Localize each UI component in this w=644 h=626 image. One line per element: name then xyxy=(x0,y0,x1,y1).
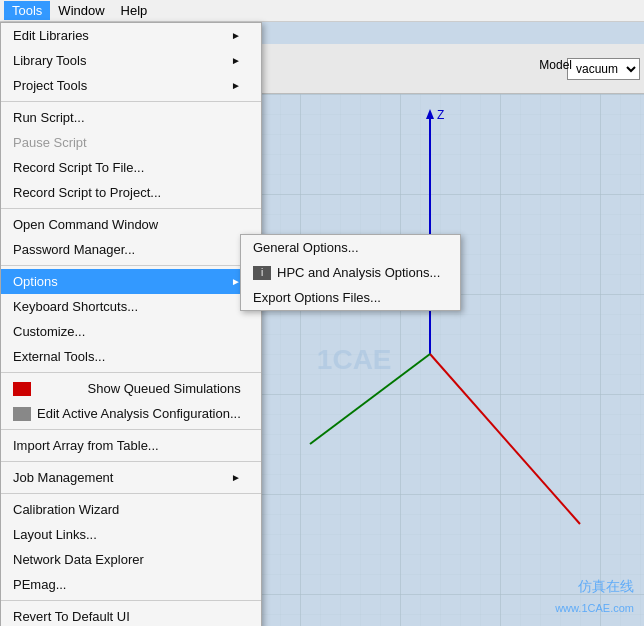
menu-item-run-script[interactable]: Run Script... xyxy=(1,105,261,130)
menu-item-customize[interactable]: Customize... xyxy=(1,319,261,344)
material-select[interactable]: vacuum xyxy=(567,58,640,80)
submenu-arrow-icon: ► xyxy=(231,472,241,483)
separator-6 xyxy=(1,461,261,462)
tools-menu-panel: Edit Libraries ► Library Tools ► Project… xyxy=(0,22,262,626)
separator-5 xyxy=(1,429,261,430)
queued-sim-icon xyxy=(13,382,31,396)
separator-2 xyxy=(1,208,261,209)
analysis-icon xyxy=(13,407,31,421)
separator-8 xyxy=(1,600,261,601)
model-label: Model xyxy=(539,58,572,72)
cae-watermark-center: 1CAE xyxy=(317,344,392,376)
menu-item-password-manager[interactable]: Password Manager... xyxy=(1,237,261,262)
hpc-icon: i xyxy=(253,266,271,280)
menu-item-edit-active-analysis[interactable]: Edit Active Analysis Configuration... xyxy=(1,401,261,426)
separator-3 xyxy=(1,265,261,266)
menu-item-import-array[interactable]: Import Array from Table... xyxy=(1,433,261,458)
menu-item-library-tools[interactable]: Library Tools ► xyxy=(1,48,261,73)
submenu-arrow-icon: ► xyxy=(231,55,241,66)
menu-item-network-data-explorer[interactable]: Network Data Explorer xyxy=(1,547,261,572)
menu-item-project-tools[interactable]: Project Tools ► xyxy=(1,73,261,98)
options-submenu-panel: General Options... i HPC and Analysis Op… xyxy=(240,234,461,311)
watermark-url: www.1CAE.com xyxy=(555,602,634,614)
submenu-item-hpc-analysis[interactable]: i HPC and Analysis Options... xyxy=(241,260,460,285)
menu-item-keyboard-shortcuts[interactable]: Keyboard Shortcuts... xyxy=(1,294,261,319)
menu-item-edit-libraries[interactable]: Edit Libraries ► xyxy=(1,23,261,48)
menu-item-record-script-file[interactable]: Record Script To File... xyxy=(1,155,261,180)
menu-item-options[interactable]: Options ► xyxy=(1,269,261,294)
separator-4 xyxy=(1,372,261,373)
submenu-item-general-options[interactable]: General Options... xyxy=(241,235,460,260)
submenu-item-export-options-files[interactable]: Export Options Files... xyxy=(241,285,460,310)
menu-item-open-command-window[interactable]: Open Command Window xyxy=(1,212,261,237)
menu-item-pause-script: Pause Script xyxy=(1,130,261,155)
menu-item-record-script-project[interactable]: Record Script to Project... xyxy=(1,180,261,205)
tools-dropdown: Edit Libraries ► Library Tools ► Project… xyxy=(0,22,262,626)
submenu-arrow-icon: ► xyxy=(231,30,241,41)
menubar-item-window[interactable]: Window xyxy=(50,1,112,20)
svg-text:Z: Z xyxy=(437,108,444,122)
menubar: Tools Window Help xyxy=(0,0,644,22)
submenu-arrow-icon: ► xyxy=(231,80,241,91)
menu-item-layout-links[interactable]: Layout Links... xyxy=(1,522,261,547)
watermark-chinese: 仿真在线 xyxy=(578,578,634,596)
menubar-item-help[interactable]: Help xyxy=(113,1,156,20)
menu-item-pemag[interactable]: PEmag... xyxy=(1,572,261,597)
menu-item-calibration-wizard[interactable]: Calibration Wizard xyxy=(1,497,261,522)
menu-item-show-queued-simulations[interactable]: Show Queued Simulations xyxy=(1,376,261,401)
separator-7 xyxy=(1,493,261,494)
menubar-item-tools[interactable]: Tools xyxy=(4,1,50,20)
separator-1 xyxy=(1,101,261,102)
menu-item-job-management[interactable]: Job Management ► xyxy=(1,465,261,490)
menu-item-external-tools[interactable]: External Tools... xyxy=(1,344,261,369)
menu-item-revert-default-ui[interactable]: Revert To Default UI xyxy=(1,604,261,626)
